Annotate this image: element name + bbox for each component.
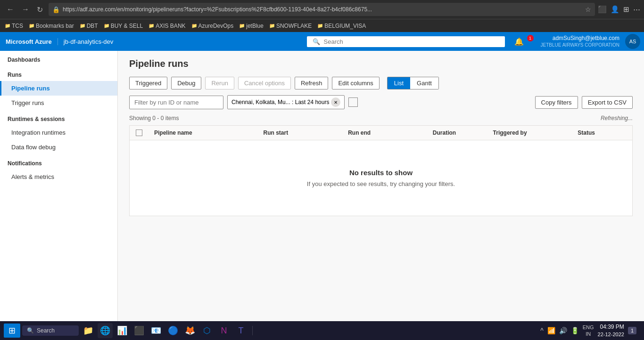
avatar[interactable]: AS [625, 34, 640, 49]
tray-battery-icon[interactable]: 🔋 [571, 327, 579, 334]
browser-actions: ⬛ 👤 ⊞ ⋯ [598, 5, 640, 14]
back-button[interactable]: ← [4, 4, 17, 15]
tray-chevron-icon[interactable]: ^ [540, 327, 544, 334]
sidebar-item-pipeline-runs[interactable]: Pipeline runs [0, 81, 117, 96]
sidebar-label-pipeline-runs: Pipeline runs [11, 85, 50, 92]
taskbar-firefox[interactable]: 🦊 [182, 323, 198, 338]
filter-row: Chennai, Kolkata, Mu... : Last 24 hours … [129, 95, 633, 109]
taskbar-onenote[interactable]: N [216, 323, 231, 338]
cancel-options-button: Cancel options [238, 77, 291, 89]
filter-tag[interactable]: Chennai, Kolkata, Mu... : Last 24 hours … [227, 95, 345, 109]
profile-icon[interactable]: 👤 [611, 5, 619, 14]
bookmark-dbt[interactable]: 📁 DBT [80, 23, 98, 29]
taskbar-file-explorer[interactable]: 📁 [81, 323, 96, 338]
sidebar-section-runs[interactable]: Runs [0, 66, 117, 81]
tray-network-icon[interactable]: 📶 [547, 327, 555, 334]
notification-bell-icon[interactable]: 🔔 [514, 38, 524, 46]
copy-filters-button[interactable]: Copy filters [535, 96, 578, 109]
select-all-checkbox[interactable] [136, 130, 142, 136]
debug-button[interactable]: Debug [171, 77, 201, 89]
no-results-sub: If you expected to see results, try chan… [130, 180, 632, 187]
extensions-icon[interactable]: ⬛ [598, 5, 607, 14]
edit-columns-button[interactable]: Edit columns [332, 77, 379, 89]
sidebar-label-data-flow-debug: Data flow debug [11, 144, 56, 151]
sidebar-section-dashboards[interactable]: Dashboards [0, 51, 117, 66]
tray-notification-count[interactable]: 1 [628, 327, 636, 334]
azure-breadcrumb[interactable]: jb-df-analytics-dev [58, 38, 307, 45]
taskbar-search-label: Search [37, 327, 55, 334]
azure-user-info: admSuSingh@jetblue.com JETBLUE AIRWAYS C… [541, 34, 619, 49]
url-text: https://adf.azure.com/en/monitoring/pipe… [63, 6, 582, 13]
browser-nav-buttons: ← → ↻ [4, 4, 46, 15]
rerun-button: Rerun [205, 77, 234, 89]
taskbar-search[interactable]: 🔍 Search [22, 325, 79, 336]
table-select-all[interactable] [130, 130, 149, 136]
azure-search-input[interactable] [324, 38, 499, 45]
table-header: Pipeline name Run start Run end Duration… [130, 126, 632, 140]
bookmarks-bar: 📁 TCS 📁 Bookmarks bar 📁 DBT 📁 BUY & SELL… [0, 19, 644, 32]
taskbar-edge-browser[interactable]: 🌐 [98, 323, 113, 338]
taskbar-task-manager[interactable]: 📊 [115, 323, 130, 338]
page-title: Pipeline runs [129, 58, 633, 69]
taskbar-chrome[interactable]: 🔵 [165, 323, 181, 338]
taskbar-terminal[interactable]: ⬛ [132, 323, 147, 338]
bookmark-belgium-visa[interactable]: 📁 BELGIUM_VISA [317, 23, 366, 29]
sidebar-item-data-flow-debug[interactable]: Data flow debug [0, 140, 117, 154]
taskbar-outlook[interactable]: 📧 [149, 323, 164, 338]
bookmark-jetblue[interactable]: 📁 jetBlue [239, 23, 264, 29]
bookmark-buy-sell[interactable]: 📁 BUY & SELL [104, 23, 143, 29]
notification-area: 🔔 1 [514, 37, 531, 46]
refresh-button[interactable]: ↻ [34, 4, 46, 15]
taskbar-vscode[interactable]: ⬡ [199, 323, 215, 338]
bookmark-azuredevops[interactable]: 📁 AzureDevOps [191, 23, 234, 29]
user-email: admSuSingh@jetblue.com [541, 34, 619, 42]
user-org: JETBLUE AIRWAYS CORPORATION [541, 42, 619, 49]
column-header-status: Status [572, 130, 632, 136]
taskbar-teams[interactable]: T [233, 323, 248, 338]
no-results-title: No results to show [130, 169, 632, 177]
bookmark-axis-bank[interactable]: 📁 AXIS BANK [149, 23, 185, 29]
taskbar: ⊞ 🔍 Search 📁 🌐 📊 ⬛ 📧 🔵 🦊 ⬡ N T ^ 📶 🔊 🔋 [0, 321, 644, 340]
main-layout: Dashboards Runs Pipeline runs Trigger ru… [0, 51, 644, 340]
filter-clear-button[interactable]: ✕ [331, 97, 340, 107]
view-toggle: List Gantt [387, 77, 439, 89]
azure-search-box[interactable]: 🔍 [307, 36, 505, 47]
sidebar-item-trigger-runs[interactable]: Trigger runs [0, 96, 117, 110]
bookmark-snowflake[interactable]: 📁 SNOWFLAKE [269, 23, 312, 29]
tray-volume-icon[interactable]: 🔊 [559, 327, 567, 334]
filter-input[interactable] [129, 96, 223, 109]
content-area: Pipeline runs Triggered Debug Rerun Canc… [118, 51, 644, 340]
forward-button[interactable]: → [19, 4, 32, 15]
taskbar-divider [252, 326, 253, 335]
tray-clock[interactable]: 04:39 PM 22-12-2022 [598, 323, 624, 338]
column-header-run-start: Run start [258, 130, 343, 136]
sidebar-label-alerts-metrics: Alerts & metrics [11, 173, 54, 180]
tray-date-text: 22-12-2022 [598, 331, 624, 338]
start-button[interactable]: ⊞ [4, 324, 20, 338]
sidebar-item-integration-runtimes[interactable]: Integration runtimes [0, 125, 117, 140]
sidebar-item-alerts-metrics[interactable]: Alerts & metrics [0, 170, 117, 184]
tray-language[interactable]: ENG IN [583, 324, 594, 338]
more-icon[interactable]: ⋯ [633, 5, 640, 14]
taskbar-search-icon: 🔍 [27, 327, 34, 334]
notification-badge: 1 [527, 35, 534, 41]
azure-logo[interactable]: Microsoft Azure [6, 38, 58, 45]
dashboard-icon[interactable]: ⊞ [623, 5, 629, 14]
sidebar-label-trigger-runs: Trigger runs [11, 99, 44, 106]
sidebar-section-runtimes[interactable]: Runtimes & sessions [0, 110, 117, 125]
refresh-button[interactable]: Refresh [295, 77, 329, 89]
bookmark-tcs[interactable]: 📁 TCS [5, 23, 23, 29]
export-button[interactable]: Export to CSV [582, 96, 633, 109]
filter-settings-button[interactable] [348, 97, 358, 107]
showing-text: Showing 0 - 0 items [129, 115, 179, 121]
search-icon: 🔍 [313, 38, 320, 45]
gantt-view-button[interactable]: Gantt [410, 77, 438, 89]
refreshing-text: Refreshing... [601, 115, 633, 121]
bookmark-bookmarks-bar[interactable]: 📁 Bookmarks bar [29, 23, 74, 29]
sidebar: Dashboards Runs Pipeline runs Trigger ru… [0, 51, 118, 340]
list-view-button[interactable]: List [388, 77, 410, 89]
address-bar[interactable]: 🔒 https://adf.azure.com/en/monitoring/pi… [49, 3, 595, 16]
triggered-button[interactable]: Triggered [129, 77, 167, 89]
table-container: Pipeline name Run start Run end Duration… [129, 125, 633, 216]
sidebar-section-notifications[interactable]: Notifications [0, 154, 117, 170]
